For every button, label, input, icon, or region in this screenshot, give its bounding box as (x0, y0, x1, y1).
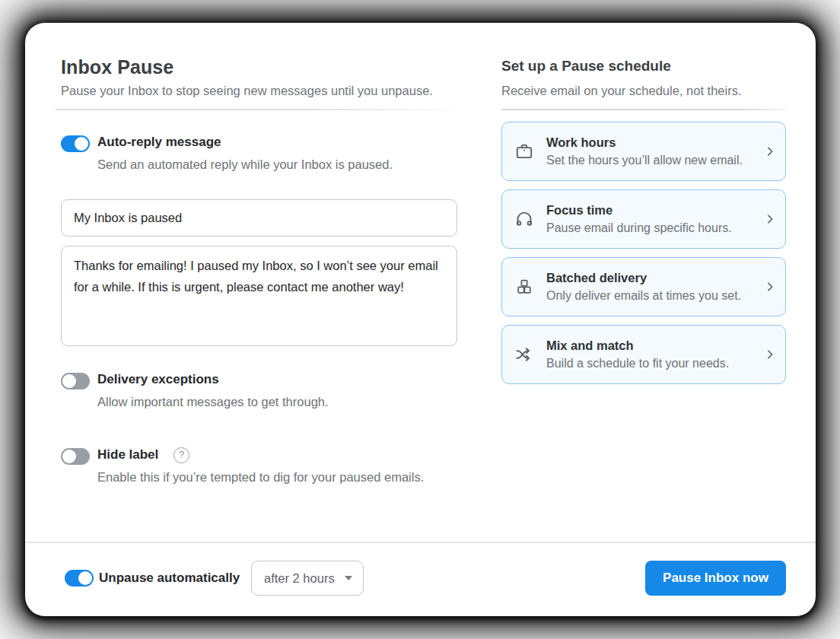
schedule-option-focus-time[interactable]: Focus time Pause email during specific h… (501, 189, 786, 249)
left-divider (56, 109, 466, 110)
auto-reply-subject-input[interactable] (61, 199, 457, 237)
hide-label-toggle[interactable] (61, 448, 90, 465)
hide-label-label: Hide label (97, 447, 158, 463)
schedule-option-mix-and-match[interactable]: Mix and match Build a schedule to fit yo… (501, 325, 786, 384)
briefcase-icon (514, 141, 534, 161)
schedule-option-batched-delivery[interactable]: Batched delivery Only deliver emails at … (501, 257, 786, 316)
page-background: Inbox Pause Pause your Inbox to stop see… (0, 0, 840, 639)
delivery-exceptions-description: Allow important messages to get through. (97, 395, 329, 409)
toggle-knob (62, 374, 76, 388)
inbox-pause-dialog: Inbox Pause Pause your Inbox to stop see… (25, 23, 816, 616)
headphones-icon (514, 209, 534, 229)
auto-reply-message-textarea[interactable]: Thanks for emailing! I paused my Inbox, … (61, 246, 457, 346)
toggle-knob (75, 137, 88, 151)
chevron-right-icon (764, 213, 776, 225)
page-subtitle: Pause your Inbox to stop seeing new mess… (61, 84, 433, 98)
schedule-option-description: Pause email during specific hours. (546, 221, 764, 235)
dropdown-selected-value: after 2 hours (264, 571, 335, 586)
question-mark-icon[interactable]: ? (173, 447, 189, 463)
unpause-automatically-label: Unpause automatically (99, 571, 240, 586)
unpause-duration-dropdown[interactable]: after 2 hours (251, 561, 364, 596)
toggle-knob (78, 571, 92, 585)
schedule-option-description: Set the hours you’ll allow new email. (546, 154, 764, 167)
schedule-option-work-hours[interactable]: Work hours Set the hours you’ll allow ne… (501, 122, 786, 181)
footer-divider (25, 542, 816, 543)
schedule-option-text: Focus time Pause email during specific h… (546, 203, 764, 235)
shuffle-icon (514, 345, 534, 364)
schedule-option-text: Batched delivery Only deliver emails at … (546, 271, 764, 303)
chevron-right-icon (764, 281, 776, 293)
schedule-option-title: Batched delivery (546, 271, 764, 285)
schedule-subtitle: Receive email on your schedule, not thei… (501, 84, 742, 98)
schedule-option-description: Only deliver emails at times you set. (546, 289, 764, 303)
caret-down-icon (345, 576, 352, 580)
right-divider (501, 109, 786, 110)
schedule-option-title: Focus time (546, 203, 764, 218)
delivery-exceptions-label: Delivery exceptions (97, 372, 219, 387)
batched-boxes-icon (514, 277, 534, 297)
delivery-exceptions-toggle[interactable] (61, 373, 90, 389)
schedule-option-title: Work hours (546, 135, 764, 150)
schedule-title: Set up a Pause schedule (501, 58, 671, 75)
chevron-right-icon (764, 145, 776, 157)
schedule-option-description: Build a schedule to fit your needs. (546, 357, 764, 370)
hide-label-description: Enable this if you’re tempted to dig for… (97, 470, 424, 485)
page-title: Inbox Pause (61, 56, 173, 78)
schedule-option-text: Mix and match Build a schedule to fit yo… (546, 339, 764, 370)
pause-inbox-now-button[interactable]: Pause Inbox now (645, 561, 786, 596)
auto-reply-description: Send an automated reply while your Inbox… (97, 157, 393, 172)
auto-reply-toggle[interactable] (61, 135, 90, 152)
unpause-automatically-toggle[interactable] (65, 570, 94, 587)
auto-reply-label: Auto-reply message (97, 135, 221, 150)
chevron-right-icon (764, 348, 776, 361)
toggle-knob (62, 450, 76, 463)
schedule-option-text: Work hours Set the hours you’ll allow ne… (546, 135, 764, 167)
schedule-option-title: Mix and match (546, 339, 764, 353)
